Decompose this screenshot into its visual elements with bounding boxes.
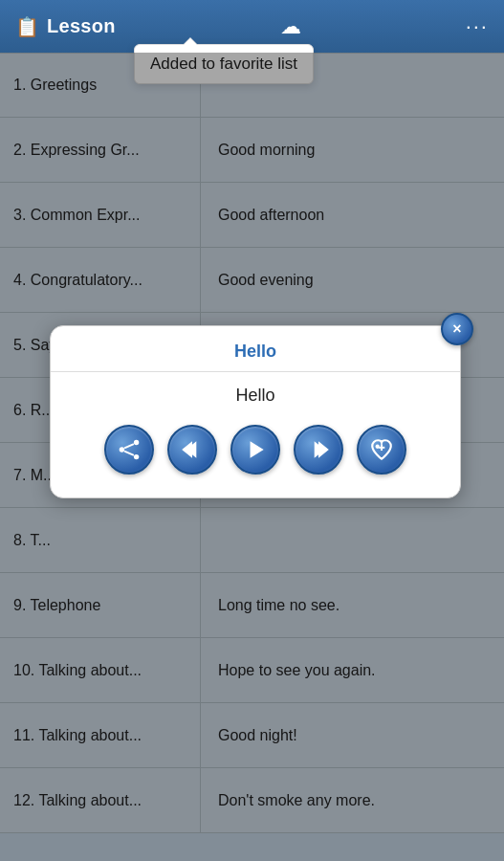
svg-point-2 bbox=[134, 454, 139, 459]
share-button[interactable] bbox=[104, 425, 154, 475]
forward-button[interactable] bbox=[294, 425, 343, 475]
dialog-content: Hello bbox=[51, 386, 460, 406]
more-options-icon[interactable]: ··· bbox=[466, 14, 489, 39]
dialog-divider bbox=[51, 371, 460, 372]
dialog-action-buttons bbox=[51, 425, 460, 475]
forward-icon bbox=[306, 437, 331, 462]
svg-line-3 bbox=[124, 444, 134, 448]
close-button[interactable]: × bbox=[441, 313, 473, 345]
svg-marker-7 bbox=[251, 441, 264, 457]
svg-point-0 bbox=[120, 447, 124, 452]
app-title: Lesson bbox=[47, 15, 116, 37]
word-dialog: × Hello Hello bbox=[50, 325, 461, 498]
play-button[interactable] bbox=[230, 425, 280, 475]
svg-line-4 bbox=[124, 452, 134, 455]
svg-marker-6 bbox=[182, 441, 192, 457]
dialog-title: Hello bbox=[51, 326, 460, 371]
back-button[interactable] bbox=[167, 425, 217, 475]
svg-marker-9 bbox=[318, 441, 329, 457]
favorite-icon bbox=[369, 437, 394, 462]
heart-icon[interactable]: ☁ bbox=[280, 14, 301, 39]
play-icon bbox=[243, 437, 268, 462]
share-icon bbox=[117, 437, 142, 462]
header-left: 📋 Lesson bbox=[15, 15, 116, 38]
back-icon bbox=[180, 437, 205, 462]
lesson-icon: 📋 bbox=[15, 15, 39, 38]
svg-point-1 bbox=[134, 440, 139, 445]
favorite-button[interactable] bbox=[357, 425, 406, 475]
